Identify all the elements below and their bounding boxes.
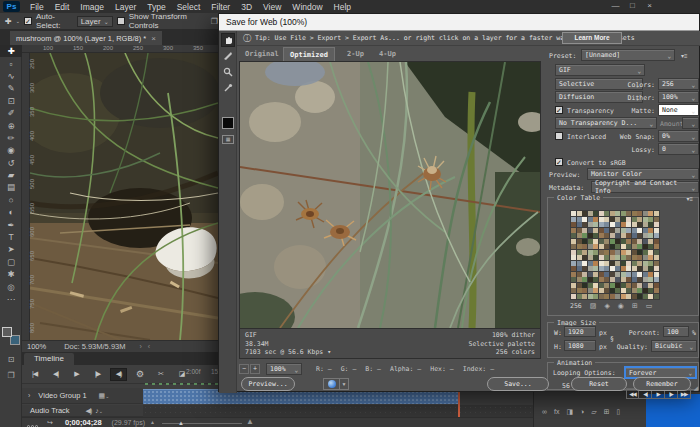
layer-effects-icon[interactable]: fx (554, 408, 559, 416)
color-swatch[interactable] (632, 228, 637, 233)
menu-type[interactable]: Type (147, 2, 165, 12)
color-swatch[interactable] (626, 272, 631, 277)
color-swatch[interactable] (621, 233, 626, 238)
color-swatch[interactable] (643, 255, 648, 260)
color-swatch[interactable] (615, 228, 620, 233)
map-transparency-icon[interactable]: ▨ (590, 302, 597, 310)
color-swatch[interactable] (604, 261, 609, 266)
color-swatch[interactable] (615, 233, 620, 238)
color-swatch[interactable] (588, 266, 593, 271)
maximize-button[interactable]: □ (624, 0, 641, 12)
color-swatch[interactable] (582, 255, 587, 260)
color-swatch[interactable] (582, 283, 587, 288)
color-swatch[interactable] (621, 283, 626, 288)
zoom-tool[interactable]: ◎ (0, 280, 22, 292)
color-swatch[interactable] (643, 272, 648, 277)
color-swatch[interactable] (615, 283, 620, 288)
color-swatch[interactable] (621, 266, 626, 271)
color-swatch[interactable] (571, 250, 576, 255)
reset-button[interactable]: Reset (571, 377, 627, 391)
color-swatch[interactable] (610, 217, 615, 222)
color-swatch[interactable] (599, 222, 604, 227)
color-swatch[interactable] (621, 250, 626, 255)
color-swatch[interactable] (637, 272, 642, 277)
color-swatch[interactable] (604, 272, 609, 277)
color-swatch[interactable] (632, 250, 637, 255)
color-swatch[interactable] (643, 288, 648, 293)
color-swatch[interactable] (610, 261, 615, 266)
tab-optimized[interactable]: Optimized (283, 47, 335, 61)
color-swatch[interactable] (582, 288, 587, 293)
delete-color-icon[interactable]: ▭ (646, 302, 653, 310)
color-swatch[interactable] (637, 217, 642, 222)
color-swatch[interactable] (637, 211, 642, 216)
color-swatch[interactable] (577, 255, 582, 260)
width-field[interactable]: 1920 (564, 326, 596, 337)
color-swatch[interactable] (632, 294, 637, 299)
color-swatch[interactable] (610, 244, 615, 249)
lock-color-icon[interactable]: ◉ (618, 302, 624, 310)
color-swatch[interactable] (654, 239, 659, 244)
layer-group-icon[interactable]: ▱ (591, 408, 596, 416)
interlaced-checkbox[interactable]: ✓ (555, 132, 563, 140)
color-swatch[interactable] (582, 211, 587, 216)
preview-in-browser-button[interactable]: Preview... (241, 377, 295, 391)
color-swatch[interactable] (571, 233, 576, 238)
color-swatch[interactable] (632, 288, 637, 293)
color-swatch[interactable] (621, 228, 626, 233)
color-swatch[interactable] (654, 283, 659, 288)
color-swatch[interactable] (604, 266, 609, 271)
color-swatch[interactable] (643, 233, 648, 238)
color-swatch[interactable] (621, 261, 626, 266)
color-swatch[interactable] (599, 266, 604, 271)
film-icon[interactable]: ▦ (99, 392, 106, 400)
color-swatch[interactable] (588, 211, 593, 216)
color-swatch[interactable] (588, 222, 593, 227)
color-swatch[interactable] (571, 228, 576, 233)
status-caret2-icon[interactable]: ‹ (148, 343, 150, 350)
color-swatch[interactable] (577, 288, 582, 293)
color-swatch[interactable] (582, 272, 587, 277)
color-swatch[interactable] (582, 250, 587, 255)
color-swatch[interactable] (621, 217, 626, 222)
zoom-out-button[interactable]: − (239, 364, 249, 374)
color-swatch[interactable] (626, 288, 631, 293)
color-swatch[interactable] (610, 239, 615, 244)
color-swatch[interactable] (654, 233, 659, 238)
layer-mask-icon[interactable]: ◨ (566, 408, 573, 416)
preview-image[interactable] (240, 62, 540, 328)
color-swatch[interactable] (637, 228, 642, 233)
color-swatch[interactable] (577, 266, 582, 271)
color-swatch[interactable] (593, 222, 598, 227)
color-swatch[interactable] (604, 222, 609, 227)
tab-4up[interactable]: 4-Up (373, 47, 402, 61)
color-swatch[interactable] (615, 288, 620, 293)
color-swatch[interactable] (615, 272, 620, 277)
menu-view[interactable]: View (263, 2, 281, 12)
color-swatch[interactable] (588, 244, 593, 249)
color-swatch[interactable] (637, 233, 642, 238)
zoom-in-icon[interactable]: ▲ (246, 417, 254, 426)
color-swatch[interactable] (604, 255, 609, 260)
menu-filter[interactable]: Filter (211, 2, 230, 12)
color-swatch[interactable] (615, 277, 620, 282)
color-swatch[interactable] (654, 244, 659, 249)
color-swatch[interactable] (593, 272, 598, 277)
color-swatch[interactable] (599, 228, 604, 233)
color-swatch[interactable] (588, 250, 593, 255)
quick-mask-icon[interactable]: ⊡ (0, 355, 22, 364)
color-swatch[interactable] (626, 266, 631, 271)
color-swatch[interactable] (582, 261, 587, 266)
color-swatch[interactable] (632, 255, 637, 260)
color-swatch[interactable] (582, 244, 587, 249)
color-swatch[interactable] (626, 255, 631, 260)
color-swatch[interactable] (626, 228, 631, 233)
color-swatch[interactable] (604, 250, 609, 255)
color-swatch[interactable] (593, 217, 598, 222)
color-swatch[interactable] (582, 222, 587, 227)
chevron-down-icon[interactable]: ⌄ (105, 393, 109, 399)
eyedropper-tool[interactable]: ✐ (0, 107, 22, 119)
matte-dropdown[interactable]: None (658, 104, 699, 116)
color-swatch[interactable] (593, 288, 598, 293)
screen-mode-icon[interactable]: ❐ (0, 371, 22, 380)
